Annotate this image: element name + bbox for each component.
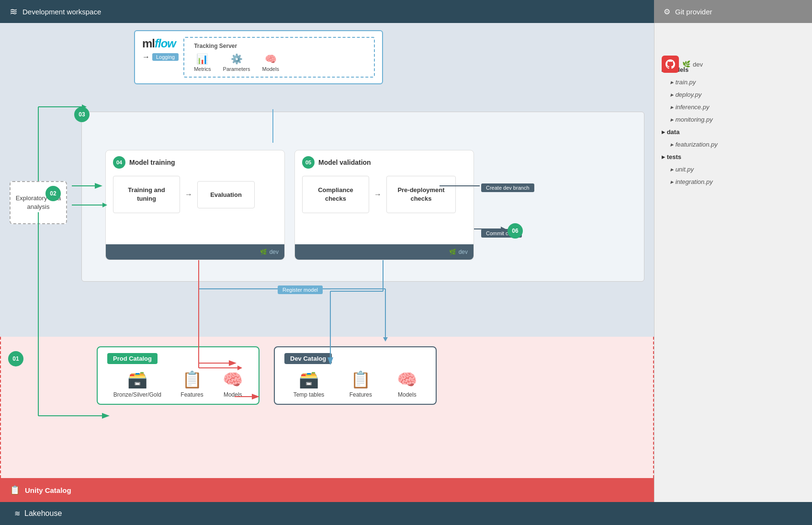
dev-catalog-box: Dev Catalog 🗃️ Temp tables 📋 Features 🧠 … [274, 346, 437, 405]
unity-catalog-bar: 📋 Unity Catalog [0, 478, 654, 502]
prod-catalog-header: Prod Catalog [107, 353, 158, 364]
workspace-area: mlflow → Logging Tracking Server 📊 Metri… [0, 23, 654, 502]
step-01-circle: 01 [8, 351, 23, 366]
catalog-section: 01 Prod Catalog 🗃️ Bronze/Silver/Gold 📋 … [0, 337, 654, 478]
logging-badge: Logging [152, 53, 179, 61]
git-panel-branch: 🌿 dev [682, 60, 703, 68]
bronze-silver-gold: Bronze/Silver/Gold [113, 391, 161, 398]
metrics-label: Metrics [194, 66, 211, 72]
step-03-circle: 03 [74, 107, 90, 122]
git-header-title: Git provider [675, 8, 712, 16]
footer-title: Lakehouse [24, 509, 62, 518]
unity-catalog-icon: 📋 [10, 485, 20, 495]
git-panel: 🌿 dev ▸ models ▸ train.py ▸ deploy.py ▸ … [654, 23, 812, 502]
model-validation-title: Model validation [318, 159, 371, 166]
prod-features: Features [180, 391, 203, 398]
tracking-server-title: Tracking Server [194, 43, 364, 49]
dev-models: Models [398, 391, 417, 398]
training-tuning-box: Training and tuning [113, 176, 180, 213]
workspace-title: Development workspace [23, 8, 101, 16]
git-header: ⚙ Git provider [654, 0, 812, 23]
step-05: 05 [302, 156, 315, 169]
dev-catalog-header: Dev Catalog [284, 353, 332, 364]
prod-catalog-box: Prod Catalog 🗃️ Bronze/Silver/Gold 📋 Fea… [97, 346, 259, 405]
mlflow-logo: mlflow [142, 37, 176, 50]
unity-catalog-title: Unity Catalog [25, 486, 71, 494]
git-header-icon: ⚙ [664, 7, 670, 16]
workspace-icon: ≋ [10, 6, 18, 17]
create-dev-branch-label: Create dev branch [481, 183, 534, 192]
evaluation-box: Evaluation [197, 181, 255, 208]
pre-deployment-box: Pre-deployment checks [386, 176, 456, 213]
models-label: Models [262, 66, 279, 72]
step-04: 04 [113, 156, 125, 169]
step-02-circle: 02 [45, 186, 61, 201]
footer: ≋ Lakehouse [0, 502, 812, 525]
training-dev-label: dev [270, 249, 279, 255]
model-training-title: Model training [129, 159, 175, 166]
register-model-label: Register model [278, 285, 323, 294]
prod-models: Models [224, 391, 242, 398]
parameters-label: Parameters [223, 66, 250, 72]
step-06-circle: 06 [508, 223, 523, 239]
model-validation-box: 05 Model validation Compliance checks → … [294, 150, 474, 260]
footer-icon: ≋ [14, 509, 21, 518]
validation-dev-label: dev [459, 249, 468, 255]
dev-features: Features [350, 391, 372, 398]
git-badge-panel [662, 56, 679, 73]
temp-tables: Temp tables [293, 391, 325, 398]
mlflow-box: mlflow → Logging Tracking Server 📊 Metri… [134, 30, 383, 84]
model-training-box: 04 Model training Training and tuning → … [105, 150, 285, 260]
git-file-tree: ▸ models ▸ train.py ▸ deploy.py ▸ infere… [662, 64, 805, 188]
compliance-box: Compliance checks [302, 176, 369, 213]
